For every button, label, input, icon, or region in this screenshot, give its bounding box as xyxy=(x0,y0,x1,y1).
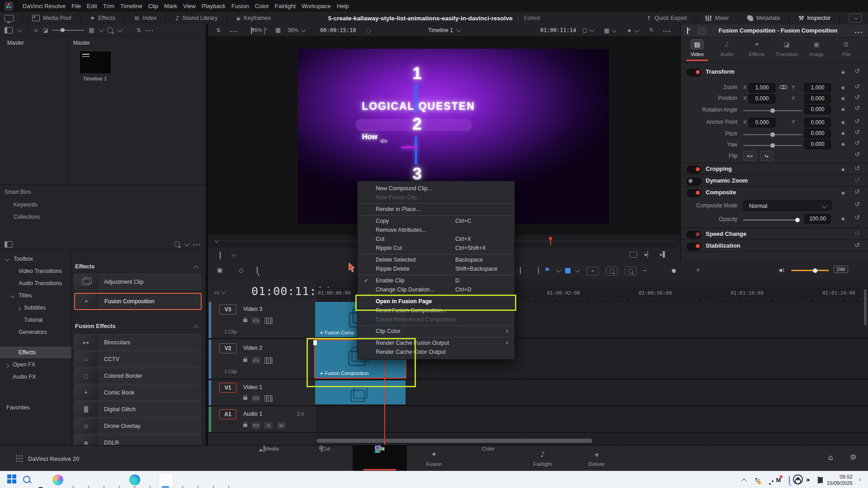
flag-icon[interactable] xyxy=(544,266,550,273)
composite-enable-toggle[interactable] xyxy=(687,189,701,197)
reset-icon[interactable] xyxy=(854,67,860,75)
menu-item-copy[interactable]: CopyCtrl+C xyxy=(358,216,514,225)
menu-workspace[interactable]: Workspace xyxy=(302,3,331,9)
auto-select-icon[interactable] xyxy=(252,395,260,402)
more-options-icon[interactable] xyxy=(146,27,154,33)
effects-toggle[interactable]: Effects xyxy=(90,14,116,22)
chevron-down-icon[interactable] xyxy=(99,27,104,32)
track-v1-id[interactable]: V1 xyxy=(219,383,236,393)
refresh-icon[interactable]: ↻ xyxy=(649,27,654,33)
composite-mode-dropdown[interactable]: Normal xyxy=(743,201,831,211)
fusion-effects-section-header[interactable]: Fusion Effects xyxy=(75,323,116,329)
yaw-field[interactable]: 0.000 xyxy=(804,140,831,149)
fusion-effect-colored-border[interactable]: ▢Colored Border xyxy=(74,368,201,384)
effects-section-header[interactable]: Effects xyxy=(75,263,94,270)
lock-icon[interactable] xyxy=(243,424,247,427)
multicam-icon[interactable] xyxy=(275,27,281,33)
resize-tool-icon[interactable] xyxy=(220,252,221,259)
more-options-icon[interactable] xyxy=(230,28,238,34)
menu-playback[interactable]: Playback xyxy=(202,3,226,9)
reset-icon[interactable] xyxy=(854,164,860,172)
yaw-slider[interactable] xyxy=(743,145,802,146)
chevron-down-icon[interactable] xyxy=(231,252,236,257)
grid-view-icon[interactable] xyxy=(89,27,94,33)
timeline-clip-label[interactable]: Timeline 1 xyxy=(72,76,118,81)
track-film-icon[interactable] xyxy=(264,318,273,324)
tree-item-subtitles[interactable]: Subtitles xyxy=(24,302,46,313)
track-a1-id[interactable]: A1 xyxy=(219,409,236,419)
menu-item-remove-attributes[interactable]: Remove Attributes... xyxy=(358,225,514,235)
chevron-down-icon[interactable] xyxy=(17,27,22,32)
track-v2-id[interactable]: V2 xyxy=(219,343,236,353)
horizontal-scrollbar[interactable] xyxy=(316,439,592,443)
chevron-right-icon[interactable] xyxy=(5,364,9,368)
fusion-effect-digital-glitch[interactable]: ▓Digital Glitch xyxy=(74,401,201,418)
effect-adjustment-clip[interactable]: Adjustment Clip xyxy=(74,274,201,290)
stabilization-enable-toggle[interactable] xyxy=(687,243,701,250)
selection-box-tool[interactable]: ⌖ xyxy=(587,267,599,276)
menu-color[interactable]: Color xyxy=(255,3,269,9)
keyframe-icon[interactable] xyxy=(841,69,845,75)
chevron-down-icon[interactable] xyxy=(117,27,122,32)
tree-item-video-transitions[interactable]: Video Transitions xyxy=(19,266,62,277)
chevron-down-icon[interactable] xyxy=(556,267,561,272)
tab-transition[interactable]: ◪Transition xyxy=(772,40,802,57)
mute-button[interactable]: M xyxy=(277,422,285,429)
smart-bin-keywords[interactable]: Keywords xyxy=(14,202,38,208)
track-v3-name[interactable]: Video 3 xyxy=(243,306,262,312)
more-options-icon[interactable] xyxy=(854,29,863,35)
start-button[interactable] xyxy=(6,474,17,485)
menu-edit[interactable]: Edit xyxy=(87,3,97,9)
video-clip-icon[interactable] xyxy=(687,27,688,34)
gear-icon[interactable]: ⚙ xyxy=(850,453,856,461)
track-film-icon[interactable] xyxy=(264,395,273,402)
menu-item-cut[interactable]: CutCtrl+X xyxy=(358,235,514,244)
zoom-y-field[interactable]: 1.000 xyxy=(804,83,831,93)
tree-item-favorites[interactable]: Favorites xyxy=(6,402,29,413)
thumbnail-size-slider[interactable] xyxy=(52,30,84,31)
reset-icon[interactable] xyxy=(854,230,860,237)
dynamic-zoom-enable-toggle[interactable] xyxy=(687,178,701,185)
viewer-zoom-level[interactable]: 36% xyxy=(251,27,262,33)
keyframe-icon[interactable] xyxy=(841,119,845,125)
viewer-grid-select[interactable] xyxy=(604,27,615,34)
menu-fairlight[interactable]: Fairlight xyxy=(275,3,296,9)
timeline-view-options[interactable]: ▭ xyxy=(214,289,225,296)
solo-button[interactable]: S xyxy=(264,422,273,429)
opacity-field[interactable]: 100.00 xyxy=(804,214,831,224)
smart-bins-header[interactable]: Smart Bins xyxy=(5,189,31,195)
search-icon[interactable] xyxy=(107,27,113,33)
tree-item-toolbox[interactable]: Toolbox xyxy=(14,253,33,264)
more-options-icon[interactable] xyxy=(193,241,201,248)
track-film-icon[interactable] xyxy=(264,357,273,364)
track-a1-name[interactable]: Audio 1 xyxy=(243,411,262,417)
tab-file[interactable]: 🗎File xyxy=(831,40,861,57)
menu-clip[interactable]: Clip xyxy=(148,3,158,9)
tree-item-audio-transitions[interactable]: Audio Transitions xyxy=(19,278,62,289)
tree-item-generators[interactable]: Generators xyxy=(19,327,47,338)
keyframe-icon[interactable] xyxy=(841,141,845,147)
fusion-effect-binoculars[interactable]: ●●Binoculars xyxy=(74,334,201,351)
page-fairlight[interactable]: ♪ Fairlight xyxy=(515,446,570,471)
cropping-enable-toggle[interactable] xyxy=(687,166,701,174)
menu-item-render-in-place[interactable]: Render in Place... xyxy=(358,205,514,214)
timeline-selector[interactable]: Timeline 1 xyxy=(428,27,460,33)
dim-button[interactable]: DIM xyxy=(834,266,848,273)
fusion-effect-comic-book[interactable]: ✦Comic Book xyxy=(74,385,201,401)
panel-layout-icon[interactable] xyxy=(5,27,13,33)
jog-playhead-marker[interactable] xyxy=(549,237,552,240)
chevron-down-icon[interactable] xyxy=(10,294,15,298)
page-deliver[interactable]: Deliver xyxy=(570,446,624,471)
track-v2-header[interactable]: V2 Video 2 1 Clip xyxy=(208,340,316,379)
m-app-tray-icon[interactable]: M xyxy=(776,477,781,483)
tab-audio[interactable]: ♪Audio xyxy=(712,40,742,57)
audio-monitor-slider[interactable] xyxy=(791,270,829,271)
menu-item-clip-color[interactable]: Clip Color xyxy=(358,327,514,336)
opacity-slider[interactable] xyxy=(743,220,800,221)
chevron-down-icon[interactable] xyxy=(214,238,219,243)
reset-icon[interactable] xyxy=(854,83,860,90)
reset-icon[interactable] xyxy=(854,214,860,221)
bin-tree-master[interactable]: Master xyxy=(7,40,24,46)
fusion-effect-drone-overlay[interactable]: ◎Drone Overlay xyxy=(74,418,201,434)
go-to-end-icon[interactable] xyxy=(660,251,667,258)
